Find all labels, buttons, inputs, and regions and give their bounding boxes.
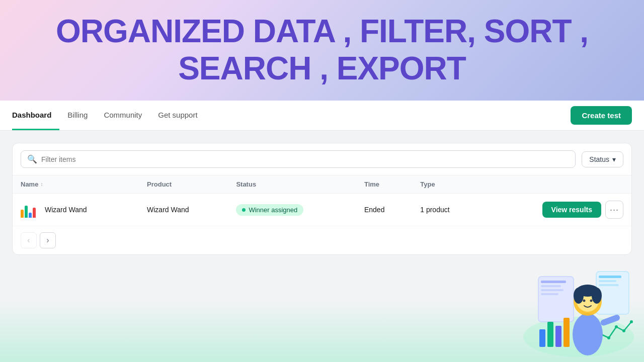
svg-rect-9 bbox=[599, 284, 619, 286]
col-header-time: Time bbox=[356, 175, 412, 194]
create-test-button[interactable]: Create test bbox=[571, 106, 632, 125]
svg-rect-2 bbox=[541, 281, 566, 283]
svg-rect-8 bbox=[599, 280, 616, 282]
chevron-down-icon: ▾ bbox=[612, 155, 616, 163]
table-row: Wizard Wand Wizard Wand Winner assigned … bbox=[13, 194, 631, 226]
bottom-gradient-band bbox=[0, 302, 644, 362]
tab-dashboard[interactable]: Dashboard bbox=[12, 101, 59, 130]
tab-billing[interactable]: Billing bbox=[59, 101, 96, 130]
main-content: Dashboard Billing Community Get support … bbox=[0, 101, 644, 362]
hero-banner: ORGANIZED DATA , FILTER, SORT , SEARCH ,… bbox=[0, 0, 644, 101]
chevron-right-icon: › bbox=[46, 236, 49, 245]
svg-rect-7 bbox=[599, 276, 621, 278]
svg-rect-3 bbox=[541, 285, 561, 287]
cell-type: 1 product bbox=[412, 194, 482, 226]
status-filter-button[interactable]: Status ▾ bbox=[582, 151, 623, 167]
table-header-row: Name ↕ Product Status Time Type bbox=[13, 175, 631, 194]
svg-rect-4 bbox=[541, 289, 564, 291]
filter-bar: 🔍 Status ▾ bbox=[13, 143, 631, 175]
search-wrap: 🔍 bbox=[21, 150, 576, 168]
col-header-actions bbox=[482, 175, 631, 194]
view-results-button[interactable]: View results bbox=[542, 202, 601, 218]
svg-rect-5 bbox=[541, 293, 558, 295]
sort-icon[interactable]: ↕ bbox=[40, 182, 43, 187]
status-dot bbox=[242, 208, 246, 212]
more-options-button[interactable]: ··· bbox=[605, 201, 623, 219]
cell-status: Winner assigned bbox=[228, 194, 356, 226]
data-table: Name ↕ Product Status Time Type bbox=[13, 175, 631, 226]
col-header-name: Name ↕ bbox=[13, 175, 139, 194]
table-card: 🔍 Status ▾ Name ↕ Prod bbox=[12, 143, 632, 255]
cell-time: Ended bbox=[356, 194, 412, 226]
tab-get-support[interactable]: Get support bbox=[150, 101, 205, 130]
hero-title: ORGANIZED DATA , FILTER, SORT , SEARCH ,… bbox=[56, 13, 588, 87]
next-page-button[interactable]: › bbox=[40, 232, 56, 248]
status-badge: Winner assigned bbox=[236, 204, 303, 216]
cell-actions: View results ··· bbox=[482, 194, 631, 226]
cell-product: Wizard Wand bbox=[139, 194, 228, 226]
tab-community[interactable]: Community bbox=[96, 101, 150, 130]
chevron-left-icon: ‹ bbox=[27, 236, 30, 245]
bar-chart-icon bbox=[21, 202, 39, 218]
search-input[interactable] bbox=[41, 155, 569, 163]
nav-tabs: Dashboard Billing Community Get support bbox=[12, 101, 206, 130]
svg-point-23 bbox=[577, 285, 599, 297]
col-header-product: Product bbox=[139, 175, 228, 194]
col-header-type: Type bbox=[412, 175, 482, 194]
search-icon: 🔍 bbox=[27, 154, 37, 164]
cell-name: Wizard Wand bbox=[13, 194, 139, 226]
col-header-status: Status bbox=[228, 175, 356, 194]
pagination: ‹ › bbox=[13, 226, 631, 254]
prev-page-button[interactable]: ‹ bbox=[21, 232, 37, 248]
ellipsis-icon: ··· bbox=[610, 205, 619, 215]
navbar: Dashboard Billing Community Get support … bbox=[0, 101, 644, 131]
